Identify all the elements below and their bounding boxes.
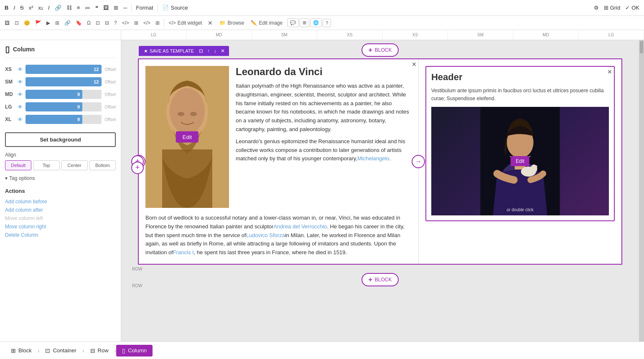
flag-button[interactable]: 🚩 [33, 19, 43, 27]
edit-widget-button[interactable]: </> Edit widget [166, 19, 204, 27]
panel-down-button[interactable]: ↓ [212, 47, 218, 55]
delete-column-link[interactable]: Delete Column [5, 231, 116, 239]
speech-button[interactable]: 💬 [287, 18, 299, 27]
bp-xs-eye[interactable]: 👁 [18, 66, 23, 73]
francis-link[interactable]: Francis I [173, 249, 194, 255]
bottom-block-add-row: + BLOCK [121, 265, 639, 290]
edit-image-button[interactable]: ✏️ Edit image [249, 19, 285, 27]
bp-xl-offset: Offset [105, 117, 116, 122]
ul-button[interactable]: ≡ [75, 3, 82, 12]
toolbar-top: B I S x² x₂ I 🔗 ⛓ ≡ ≔ ❝ 🖼 ⊞ ─ Format 📄 S… [0, 0, 644, 16]
bp-xl-eye[interactable]: 👁 [18, 116, 23, 123]
italic2-button[interactable]: I [46, 3, 52, 12]
align-top-button[interactable]: Top [33, 160, 59, 170]
top-block-add-button[interactable]: + BLOCK [361, 43, 398, 57]
breadcrumb-container[interactable]: ⊡ Container [39, 345, 82, 356]
code-button[interactable]: </> [120, 19, 131, 27]
italic-button[interactable]: I [11, 3, 17, 12]
browse-button[interactable]: 📁 Browse [217, 19, 246, 27]
block-label2: BLOCK [375, 277, 392, 283]
align-center-button[interactable]: Center [61, 160, 88, 170]
close-widget-button[interactable]: ✕ [206, 18, 215, 28]
scrollbar-thumb[interactable] [640, 41, 643, 53]
bookmark-button[interactable]: 🔖 [74, 19, 84, 27]
align-default-button[interactable]: Default [5, 160, 31, 170]
actions-title: Actions [5, 188, 116, 194]
question-button[interactable]: ? [112, 19, 119, 27]
settings-button[interactable]: ⚙ [592, 3, 601, 12]
breadcrumb-block[interactable]: ⊞ Block [5, 345, 38, 356]
gallery-button[interactable]: ⊡ [94, 19, 102, 27]
save-template-label: SAVE AS TEMPLATE [150, 48, 194, 53]
portrait-container: Edit [145, 66, 229, 208]
ludovico-link[interactable]: Ludovico Sforza [246, 232, 285, 238]
panel-close-button[interactable]: ✕ [219, 47, 227, 55]
bp-sm-label: SM [5, 79, 18, 85]
ruler-sm: SM [252, 30, 317, 40]
panel-up-button[interactable]: ↑ [206, 47, 211, 55]
leonardo-paragraph1: Italian polymath of the High Renaissance… [236, 82, 412, 134]
video-button[interactable]: ▶ [44, 19, 52, 27]
widget-button[interactable]: ⊡ [13, 19, 21, 27]
table2-button[interactable]: ⊞ [53, 19, 61, 27]
bp-md-bar-container: 9 [25, 90, 102, 99]
breadcrumb-row[interactable]: ⊟ Row [84, 345, 115, 356]
save-template-button[interactable]: ★ SAVE AS TEMPLATE [141, 48, 196, 55]
bp-md-eye[interactable]: 👁 [18, 91, 23, 98]
source-button[interactable]: 📄 Source [160, 3, 190, 12]
link2-button[interactable]: 🔗 [62, 19, 73, 27]
layout-button[interactable]: ⊟ [103, 19, 111, 27]
barcode-button[interactable]: ⊞ [300, 18, 309, 27]
format-select[interactable]: Format [134, 3, 155, 12]
col-right: ✕ Header Vestibulum ante ipsum primis in… [419, 59, 621, 264]
michelangelo-link[interactable]: Michelangelo [357, 155, 389, 162]
bp-xs-bar: 12 [25, 65, 102, 74]
translate-button[interactable]: 🌐 [310, 18, 322, 27]
quote-button[interactable]: ❝ [93, 3, 100, 12]
ruler-left [0, 30, 121, 40]
subscript-button[interactable]: x₂ [36, 3, 46, 12]
image-button[interactable]: 🖼 [101, 3, 111, 12]
row-bottom-add-button[interactable]: + [131, 162, 144, 174]
bottom-block-add-button[interactable]: + BLOCK [361, 273, 398, 286]
breadcrumb-column[interactable]: ▯ Column [116, 345, 153, 356]
unlink-button[interactable]: ⛓ [64, 3, 74, 12]
help-button[interactable]: ? [323, 19, 331, 27]
html-button[interactable]: </> [141, 19, 153, 27]
table-button[interactable]: ⊞ [112, 3, 120, 12]
link-button[interactable]: 🔗 [53, 3, 64, 12]
right-scrollbar[interactable] [639, 40, 644, 341]
main-area: ▯ Column XS 👁 12 Offset SM 👁 12 Offset [0, 40, 644, 341]
bp-sm-eye[interactable]: 👁 [18, 79, 23, 85]
add-column-after-link[interactable]: Add column after [5, 206, 116, 214]
tag-options-row[interactable]: ▾ Tag options [5, 175, 116, 181]
bp-md-value: 9 [77, 92, 80, 97]
special-char-button[interactable]: Ω [85, 19, 93, 27]
bp-xs-value: 12 [94, 67, 99, 72]
align-bottom-button[interactable]: Bottom [89, 160, 116, 170]
strikethrough-button[interactable]: S [18, 3, 26, 12]
header-image-edit-button[interactable]: Edit [511, 156, 529, 166]
panel-view-button[interactable]: ⊡ [197, 47, 205, 55]
bp-md-label: MD [5, 91, 18, 97]
ol-button[interactable]: ≔ [83, 3, 92, 12]
left-col-close-button[interactable]: ✕ [412, 61, 417, 68]
plus-icon: + [368, 46, 372, 54]
add-column-before-link[interactable]: Add column before [5, 197, 116, 206]
ok-button[interactable]: ✓ OK [623, 3, 641, 12]
col-arrow-right-button[interactable]: → [412, 155, 425, 168]
move-column-right-link[interactable]: Move column right [5, 222, 116, 231]
grid-button[interactable]: ⊞ Grid [602, 3, 623, 12]
set-background-button[interactable]: Set background [5, 132, 116, 147]
superscript-button[interactable]: x² [27, 3, 36, 12]
columns-button[interactable]: ⊞ [153, 19, 162, 27]
header-panel-close-button[interactable]: ✕ [607, 68, 612, 75]
bold-button[interactable]: B [3, 3, 10, 12]
hr-button[interactable]: ─ [121, 3, 129, 12]
portrait-edit-button[interactable]: Edit [176, 131, 199, 143]
andrea-link[interactable]: Andrea del Verrocchio [273, 223, 327, 230]
emoji-button[interactable]: 😊 [22, 19, 32, 27]
block2-button[interactable]: ⊞ [132, 19, 140, 27]
media-button[interactable]: 🖼 [3, 19, 12, 27]
bp-lg-eye[interactable]: 👁 [18, 104, 23, 110]
